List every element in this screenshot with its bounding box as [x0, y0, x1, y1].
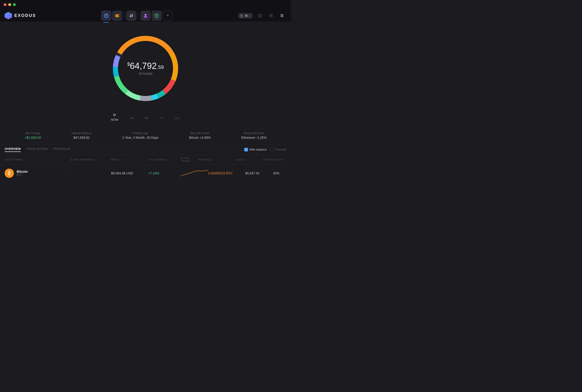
with-balance-label: With balance — [249, 148, 267, 151]
tab-price-action[interactable]: PRICE ACTION — [26, 147, 48, 152]
donut-center: $64,792.59 10 Assets — [127, 62, 164, 76]
time-option-now[interactable]: NOW — [110, 114, 119, 122]
time-now-dot — [113, 114, 116, 116]
exchange-icon — [129, 13, 134, 18]
btc-24h-change: +7.14% — [148, 171, 180, 175]
time-option-1y[interactable]: 1Y — [159, 116, 164, 121]
favorite-label: Favorite — [276, 148, 286, 151]
portfolio-icon — [104, 13, 109, 18]
btc-price: $9,364.48 USD — [111, 171, 148, 175]
svg-point-1 — [106, 15, 107, 16]
settings-btn[interactable] — [267, 12, 275, 20]
stat-24h-change: 24h Change +$2,930.03 — [24, 132, 41, 140]
stat-highest-balance: Highest Balance $47,839.82 — [72, 132, 92, 140]
btc-name: Bitcoin — [17, 170, 28, 174]
nav-center: + — [101, 11, 173, 21]
wallet-icon — [115, 13, 120, 18]
header-price[interactable]: PRICE ⇅ — [111, 157, 148, 162]
svg-rect-6 — [240, 16, 243, 17]
svg-point-8 — [270, 15, 272, 16]
logo: EXODUS — [5, 12, 36, 20]
sort-icon-balance: ⇅ — [212, 159, 214, 161]
favorite-checkbox[interactable] — [270, 148, 274, 152]
with-balance-checkbox[interactable]: ✓ — [244, 148, 248, 152]
header-asset-name[interactable]: ASSET NAME ⇅ — [5, 157, 70, 162]
shield-icon — [154, 13, 159, 18]
nav-right — [238, 12, 286, 20]
sort-icon-asset-name: ⇅ — [23, 159, 25, 161]
lock-icon — [240, 14, 243, 18]
header-30d-trend: 30 DAY TREND — [180, 157, 198, 162]
portfolio-section: $64,792.59 10 Assets NOW 1M 6M 1Y ALL — [0, 22, 291, 127]
svg-rect-20 — [282, 14, 282, 15]
favorite-filter[interactable]: Favorite — [270, 148, 286, 152]
with-balance-filter[interactable]: ✓ With balance — [244, 148, 267, 152]
svg-rect-21 — [282, 15, 282, 16]
asset-info-btc: ₿ Bitcoin BTC — [5, 168, 70, 178]
nav-character-btn[interactable] — [140, 11, 150, 21]
titlebar — [0, 0, 291, 9]
time-selector: NOW 1M 6M 1Y ALL — [110, 114, 181, 122]
apy-help-icon[interactable]: ? — [70, 158, 73, 162]
sort-icon-price: ⇅ — [120, 159, 122, 161]
portfolio-assets-label: 10 Assets — [127, 72, 164, 76]
time-option-6m[interactable]: 6M — [144, 116, 150, 121]
stat-best-asset: Best 24H Asset Bitcoin +2.89% — [189, 132, 211, 140]
grid-btn[interactable] — [278, 12, 286, 20]
time-option-1m[interactable]: 1M — [128, 116, 134, 121]
lock-toggle[interactable] — [238, 13, 253, 18]
btc-symbol: BTC — [17, 174, 28, 177]
nav-shield-btn[interactable] — [152, 11, 162, 21]
btc-portfolio-pct: 33% — [273, 171, 291, 175]
main-content: $64,792.59 10 Assets NOW 1M 6M 1Y ALL 24… — [0, 22, 291, 182]
header-value[interactable]: VALUE ⇅ — [236, 157, 263, 162]
stat-worst-asset: Worst 24H Asset Ethereum -1,25% — [241, 132, 266, 140]
nav-separator-2 — [138, 12, 138, 19]
tab-overview[interactable]: OVERVIEW — [5, 147, 21, 152]
donut-chart-container: $64,792.59 10 Assets — [106, 29, 185, 108]
header-balance[interactable]: BALANCE ⇅ — [198, 157, 236, 162]
svg-rect-3 — [118, 15, 119, 16]
close-dot[interactable] — [4, 3, 6, 6]
sort-icon-portfolio: ⇅ — [283, 159, 285, 161]
minimize-dot[interactable] — [8, 3, 11, 6]
nav-portfolio-btn[interactable] — [101, 11, 111, 21]
svg-point-4 — [144, 14, 146, 16]
table-row[interactable]: ₿ Bitcoin BTC — $9,364.48 USD +7.14% 0.6… — [0, 164, 291, 182]
settings-icon — [269, 14, 273, 18]
nav-wallet-btn[interactable] — [112, 11, 122, 21]
stat-portfolio-age: Portfolio Age 2 Year, 3 Month, 30 Days — [122, 132, 158, 140]
header-24h-change[interactable]: 24H CHANGE ⇅ — [148, 157, 180, 162]
grid-icon — [280, 14, 284, 18]
portfolio-amount: $64,792.59 — [127, 62, 164, 70]
svg-rect-18 — [281, 15, 282, 16]
nav-exchange-btn[interactable] — [126, 11, 136, 21]
header-portfolio-pct[interactable]: PORTFOLIO % ⇅ — [263, 157, 286, 162]
character-icon — [143, 13, 148, 18]
time-option-all[interactable]: ALL — [174, 116, 181, 121]
btc-value: $5,637.91 — [245, 171, 273, 175]
btc-apy: — — [70, 171, 111, 175]
svg-rect-14 — [283, 14, 283, 15]
svg-rect-16 — [283, 16, 283, 17]
top-navigation: EXODUS — [0, 9, 291, 22]
btc-balance: 0.60205315 BTC — [208, 171, 245, 175]
btc-icon: ₿ — [5, 168, 14, 178]
asset-table: ASSET NAME ⇅ ? APY REWARDS ⇅ PRICE ⇅ 24H… — [0, 155, 291, 182]
sort-icon-value: ⇅ — [245, 159, 247, 161]
maximize-dot[interactable] — [13, 3, 16, 6]
table-header: ASSET NAME ⇅ ? APY REWARDS ⇅ PRICE ⇅ 24H… — [0, 155, 291, 164]
nav-separator-1 — [124, 12, 124, 19]
svg-rect-22 — [282, 16, 282, 17]
tabs-right: ✓ With balance Favorite — [244, 148, 286, 152]
header-apy-rewards[interactable]: ? APY REWARDS ⇅ — [70, 157, 111, 162]
stats-row: 24h Change +$2,930.03 Highest Balance $4… — [0, 127, 291, 144]
sort-icon-apy: ⇅ — [95, 159, 97, 161]
logo-icon — [5, 12, 12, 20]
history-btn[interactable] — [256, 12, 264, 20]
tab-portfolio[interactable]: PORTFOLIO — [53, 147, 70, 152]
nav-add-btn[interactable]: + — [162, 11, 173, 21]
svg-rect-15 — [283, 15, 283, 16]
btc-mini-chart — [180, 168, 208, 178]
svg-rect-19 — [281, 16, 282, 17]
